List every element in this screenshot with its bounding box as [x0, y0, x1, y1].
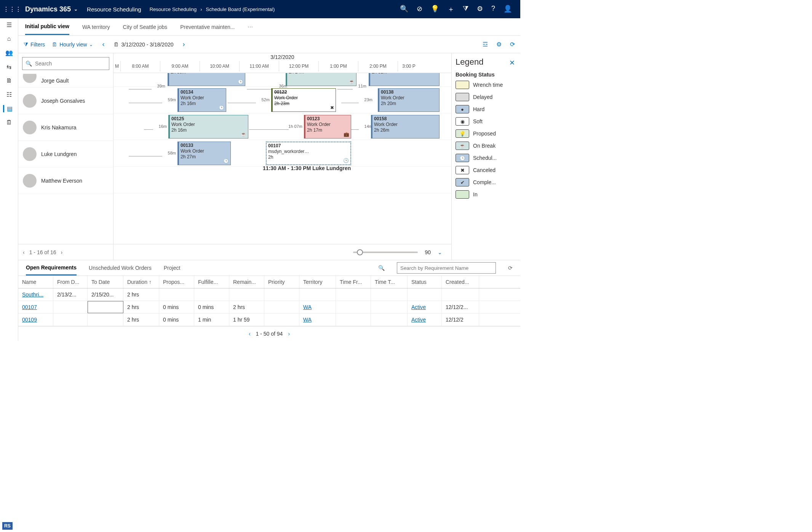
filters-button[interactable]: ⧩ Filters	[24, 41, 45, 48]
list-icon[interactable]: ☲	[483, 41, 488, 48]
group-icon[interactable]: ☷	[3, 91, 15, 98]
grid-link[interactable]: Southri...	[22, 291, 43, 298]
grid-link[interactable]: Active	[411, 317, 426, 323]
date-range-button[interactable]: 🗓 3/12/2020 - 3/18/2020	[113, 41, 173, 48]
resource-search-input[interactable]	[35, 61, 106, 67]
resource-name: Jorge Gault	[41, 78, 69, 84]
travel-segment: 52m	[228, 98, 271, 104]
breadcrumb-root[interactable]: Resource Scheduling	[150, 6, 197, 12]
grid-column-header[interactable]: Name	[18, 276, 53, 288]
prev-range-button[interactable]: ‹	[100, 40, 107, 48]
grid-cell: Southri...	[18, 288, 53, 301]
help-icon[interactable]: ?	[491, 5, 495, 14]
view-tab[interactable]: WA territory	[82, 19, 110, 35]
lightbulb-icon[interactable]: 💡	[431, 5, 439, 14]
grid-column-header[interactable]: Fulfille...	[194, 276, 229, 288]
booking-card[interactable]: 00134Work Order2h 16m🕒	[177, 88, 226, 112]
booking-card[interactable]: 00138Work Order2h 20m	[378, 88, 440, 112]
grid-row[interactable]: 001092 hrs0 mins1 min1 hr 59WAActive12/1…	[18, 314, 520, 326]
grid-column-header[interactable]: Propos...	[159, 276, 194, 288]
req-tab[interactable]: Open Requirements	[26, 261, 77, 276]
booking-card[interactable]: 00125Work Order2h 16m☕	[168, 115, 248, 139]
timeline-lane[interactable]: 39m36m11mWork Order2h 38m🕒Work Order2h 2…	[113, 73, 451, 87]
timeline-lane[interactable]: 16m1h 07m14m00125Work Order2h 16m☕00123W…	[113, 113, 451, 140]
calendar-icon[interactable]: 🗓	[3, 119, 15, 126]
viewmode-button[interactable]: 🗓 Hourly view ⌄	[52, 41, 93, 48]
zoom-slider-thumb[interactable]	[357, 249, 363, 255]
grid-column-header[interactable]: Territory	[299, 276, 336, 288]
grid-column-header[interactable]: Duration ↑	[123, 276, 159, 288]
req-search[interactable]	[397, 262, 496, 274]
booking-card[interactable]: 00107msdyn_workorder…2h🕒	[266, 142, 351, 165]
grid-prev-page[interactable]: ‹	[249, 331, 251, 337]
booking-card[interactable]: Work Order2h 24m☕	[286, 73, 356, 86]
hour-header: 9:00 AM	[160, 61, 200, 72]
grid-link[interactable]: Active	[411, 304, 426, 310]
task-icon[interactable]: ⊘	[417, 5, 422, 14]
req-search-icon[interactable]: 🔍	[378, 265, 385, 271]
booking-card[interactable]: 00122Work Order2h 23m✖	[271, 88, 336, 112]
grid-link[interactable]: 00107	[22, 304, 37, 310]
resource-row[interactable]: Matthew Everson	[18, 167, 113, 194]
timeline-lane[interactable]: 59m52m23m00134Work Order2h 16m🕒00122Work…	[113, 87, 451, 113]
view-tab[interactable]: Initial public view	[25, 19, 69, 35]
view-tab[interactable]: Preventative mainten...	[180, 19, 235, 35]
next-range-button[interactable]: ›	[181, 40, 187, 48]
booking-card[interactable]: Work Order2h 38m🕒	[168, 73, 245, 86]
grid-row[interactable]: 001072 hrs0 mins0 mins2 hrsWAActive12/12…	[18, 301, 520, 314]
board-settings-icon[interactable]: ⚙	[496, 41, 502, 48]
res-prev-page[interactable]: ‹	[23, 249, 25, 255]
res-next-page[interactable]: ›	[61, 249, 63, 255]
user-icon[interactable]: 👤	[504, 5, 512, 14]
grid-column-header[interactable]: Time Fr...	[336, 276, 371, 288]
home-icon[interactable]: ⌂	[3, 35, 15, 42]
resource-row[interactable]: Joseph Gonsalves	[18, 88, 113, 114]
booking-card[interactable]: 00123Work Order2h 17m💼	[304, 115, 351, 139]
grid-link[interactable]: WA	[303, 317, 312, 323]
grid-column-header[interactable]: Created...	[442, 276, 479, 288]
booking-card[interactable]: 00133Work Order2h 27m🕒	[177, 142, 231, 165]
app-launcher-icon[interactable]: ⋮⋮⋮	[3, 6, 21, 13]
booking-card[interactable]: Work Order2h 31m	[369, 73, 440, 86]
timeline-lane[interactable]: 58m00133Work Order2h 27m🕒00107msdyn_work…	[113, 140, 451, 167]
grid-link[interactable]: WA	[303, 304, 312, 310]
search-icon[interactable]: 🔍	[400, 5, 408, 14]
req-tab[interactable]: Project	[164, 261, 181, 275]
refresh-icon[interactable]: ⟳	[510, 41, 515, 48]
legend-swatch	[456, 93, 469, 101]
legend-close-icon[interactable]: ✕	[509, 59, 515, 67]
brand-chevron-icon[interactable]: ⌄	[74, 6, 78, 12]
more-tabs-icon[interactable]: ⋯	[248, 24, 253, 30]
req-tab[interactable]: Unscheduled Work Orders	[89, 261, 152, 275]
gear-icon[interactable]: ⚙	[477, 5, 483, 14]
people-icon[interactable]: 👥	[3, 49, 15, 56]
req-search-input[interactable]	[400, 265, 492, 271]
schedule-icon[interactable]: ▤	[3, 105, 15, 112]
booking-card[interactable]: 00158Work Order2h 26m	[371, 115, 440, 139]
resource-row[interactable]: Kris Nakamura	[18, 114, 113, 141]
grid-cell: 2 hrs	[123, 301, 159, 313]
grid-link[interactable]: 00109	[22, 317, 37, 323]
add-icon[interactable]: ＋	[448, 5, 454, 14]
zoom-chevron-icon[interactable]: ⌄	[438, 249, 442, 255]
zoom-slider[interactable]	[353, 252, 418, 253]
resource-row[interactable]: Luke Lundgren	[18, 141, 113, 167]
grid-column-header[interactable]: Priority	[264, 276, 299, 288]
booking-status-icon: 🕒	[343, 158, 349, 164]
grid-row[interactable]: Southri...2/13/2...2/15/20...2 hrs	[18, 288, 520, 301]
view-tab[interactable]: City of Seattle jobs	[123, 19, 168, 35]
share-icon[interactable]: ⇆	[3, 63, 15, 70]
resource-search[interactable]: 🔍	[22, 57, 109, 70]
grid-column-header[interactable]: From D...	[53, 276, 88, 288]
doc-icon[interactable]: 🗎	[3, 77, 15, 84]
grid-column-header[interactable]: Status	[408, 276, 442, 288]
grid-column-header[interactable]: To Date	[88, 276, 123, 288]
filter-icon[interactable]: ⧩	[463, 5, 468, 14]
req-refresh-icon[interactable]: ⟳	[508, 265, 513, 271]
resource-row[interactable]: Jorge Gault	[18, 74, 113, 88]
timeline-lane[interactable]	[113, 167, 451, 193]
grid-column-header[interactable]: Remain...	[229, 276, 264, 288]
hamburger-icon[interactable]: ☰	[3, 21, 15, 29]
grid-next-page[interactable]: ›	[288, 331, 290, 337]
grid-column-header[interactable]: Time T...	[371, 276, 408, 288]
